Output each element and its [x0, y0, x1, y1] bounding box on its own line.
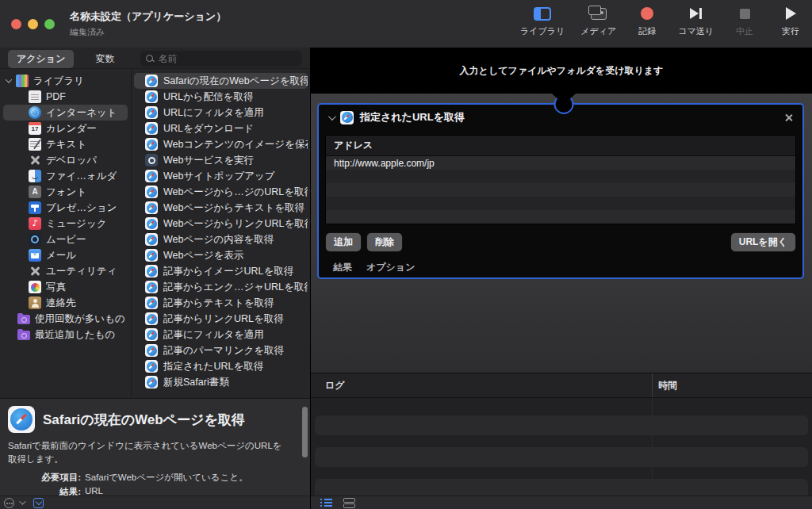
action-item-記事のパーマリンクを取得[interactable]: 記事のパーマリンクを取得	[134, 343, 308, 358]
chevron-down-icon[interactable]	[19, 498, 25, 504]
zoom-window-button[interactable]	[44, 19, 55, 29]
sidebar-item-カレンダー[interactable]: カレンダー	[3, 121, 128, 136]
action-item-Webサービスを実行[interactable]: Webサービスを実行	[134, 152, 308, 168]
log-list-view-icon[interactable]	[320, 498, 332, 507]
action-item-Webコンテンツのイメージを保存[interactable]: Webコンテンツのイメージを保存	[134, 136, 308, 152]
connector-tail	[552, 94, 576, 105]
action-item-Webページからテキストを取得[interactable]: Webページからテキストを取得	[134, 200, 308, 216]
sidebar-item-フォント[interactable]: フォント	[3, 184, 128, 200]
smart-folder-icon	[17, 315, 30, 324]
log-row	[315, 447, 808, 467]
sidebar-item-写真[interactable]: 写真	[3, 279, 128, 295]
description-scrollbar[interactable]	[302, 407, 308, 457]
tab-variables[interactable]: 変数	[86, 50, 123, 68]
toolbar: ライブラリ メディア 記録 コマ送り 中止 実行	[520, 5, 806, 37]
window-title: 名称未設定（アプリケーション）	[70, 10, 226, 24]
url-table-row[interactable]	[326, 183, 795, 197]
log-rows-view-icon[interactable]	[343, 498, 355, 508]
safari-icon	[145, 90, 158, 103]
action-card-get-specified-urls[interactable]: 指定されたURLを取得 アドレス http://www.apple.com/jp…	[317, 103, 804, 279]
action-item-Webページから…ジのURLを取得[interactable]: Webページから…ジのURLを取得	[134, 184, 308, 200]
show-description-toggle-icon[interactable]	[33, 498, 44, 508]
action-item-WebページからリンクURLを取得[interactable]: WebページからリンクURLを取得	[134, 216, 308, 232]
toolbar-library-button[interactable]: ライブラリ	[520, 5, 565, 37]
sidebar-item-デベロッパ[interactable]: デベロッパ	[3, 152, 128, 168]
result-value: URL	[85, 486, 301, 496]
window-edited-status: 編集済み	[70, 26, 226, 38]
url-table-body: http://www.apple.com/jp	[326, 156, 795, 224]
action-item-Webサイトポップアップ[interactable]: Webサイトポップアップ	[134, 168, 308, 184]
action-item-記事からイメージURLを取得[interactable]: 記事からイメージURLを取得	[134, 263, 308, 279]
safari-icon	[145, 186, 158, 198]
url-table-row[interactable]	[326, 210, 795, 224]
toolbar-run-button[interactable]: 実行	[776, 5, 806, 37]
action-item-Webページを表示[interactable]: Webページを表示	[134, 247, 308, 263]
action-item-記事にフィルタを適用[interactable]: 記事にフィルタを適用	[134, 327, 308, 343]
card-link-row: 結果 オプション	[325, 261, 796, 274]
log-column-header[interactable]: ログ	[311, 373, 653, 397]
safari-icon	[145, 122, 158, 135]
sidebar-item-ムービー[interactable]: ムービー	[3, 232, 128, 247]
sidebar-item-メール[interactable]: メール	[3, 247, 128, 263]
sidebar-item-インターネット[interactable]: インターネット	[3, 105, 128, 121]
sidebar-item-ライブラリ[interactable]: ライブラリ	[3, 73, 128, 89]
toolbar-step-button[interactable]: コマ送り	[678, 5, 714, 37]
action-item-Safariの現在のWebページを取得[interactable]: Safariの現在のWebページを取得	[134, 73, 308, 89]
safari-icon	[145, 360, 158, 373]
toolbar-record-button[interactable]: 記録	[632, 5, 662, 37]
url-table-row[interactable]	[326, 197, 795, 210]
category-tree: ライブラリ PDF インターネット カレンダー テキスト デベロッパ ファイ…ォ…	[0, 69, 132, 398]
action-item-URLにフィルタを適用[interactable]: URLにフィルタを適用	[134, 105, 308, 121]
url-table-row[interactable]	[326, 170, 795, 183]
search-placeholder: 名前	[158, 52, 177, 66]
toolbar-stop-button: 中止	[730, 5, 760, 37]
close-action-icon[interactable]	[784, 113, 793, 122]
safari-icon	[145, 233, 158, 246]
action-menu-icon[interactable]	[4, 498, 14, 508]
sidebar-item-ユーティリティ[interactable]: ユーティリティ	[3, 263, 128, 279]
sidebar-item-ミュージック[interactable]: ミュージック	[3, 216, 128, 232]
description-title: Safariの現在のWebページを取得	[43, 411, 245, 429]
action-item-指定されたURLを取得[interactable]: 指定されたURLを取得	[134, 358, 308, 374]
sidebar-item-テキスト[interactable]: テキスト	[3, 136, 128, 152]
action-item-記事からエンク…ジャURLを取得[interactable]: 記事からエンク…ジャURLを取得	[134, 279, 308, 295]
movie-icon	[29, 233, 41, 246]
url-table-row[interactable]: http://www.apple.com/jp	[326, 156, 795, 170]
sidebar-item-プレゼ…ション[interactable]: プレゼ…ション	[3, 200, 128, 216]
sidebar-item-PDF[interactable]: PDF	[3, 89, 128, 105]
automator-window: 名称未設定（アプリケーション） 編集済み ライブラリ メディア 記録 コマ送り …	[0, 0, 812, 509]
toolbar-media-button[interactable]: メディア	[580, 5, 616, 37]
main-split: アクション 変数 名前 ライブラリ PDF インターネット カレンダー テキスト…	[0, 48, 812, 509]
time-column-header[interactable]: 時間	[653, 379, 812, 392]
action-item-記事からテキストを取得[interactable]: 記事からテキストを取得	[134, 295, 308, 311]
action-item-記事からリンクURLを取得[interactable]: 記事からリンクURLを取得	[134, 311, 308, 327]
url-table-header[interactable]: アドレス	[326, 136, 795, 156]
sidebar-item-最近追加したもの[interactable]: 最近追加したもの	[3, 327, 128, 343]
collapse-chevron-icon[interactable]	[328, 113, 336, 121]
action-item-Webページの内容を取得[interactable]: Webページの内容を取得	[134, 232, 308, 247]
contacts-icon	[29, 297, 41, 309]
action-item-URLをダウンロード[interactable]: URLをダウンロード	[134, 121, 308, 136]
disclosure-chevron-icon[interactable]	[6, 76, 12, 82]
sidebar-item-使用回数が多いもの[interactable]: 使用回数が多いもの	[3, 311, 128, 327]
action-item-URLから配信を取得[interactable]: URLから配信を取得	[134, 89, 308, 105]
tab-actions[interactable]: アクション	[8, 50, 74, 68]
log-footer-bar	[311, 496, 812, 509]
remove-button[interactable]: 削除	[367, 233, 402, 251]
options-link[interactable]: オプション	[366, 261, 415, 274]
sidebar-item-ファイ…ォルダ[interactable]: ファイ…ォルダ	[3, 168, 128, 184]
sidebar-item-連絡先[interactable]: 連絡先	[3, 295, 128, 311]
address-column-header: アドレス	[334, 139, 373, 152]
safari-icon	[145, 328, 158, 341]
search-input[interactable]: 名前	[140, 51, 302, 67]
results-link[interactable]: 結果	[333, 261, 352, 274]
window-title-block: 名称未設定（アプリケーション） 編集済み	[70, 10, 226, 38]
close-window-button[interactable]	[11, 19, 21, 29]
open-url-button[interactable]: URLを開く	[731, 233, 795, 251]
stop-icon	[740, 9, 750, 19]
add-button[interactable]: 追加	[326, 233, 361, 251]
input-note-text: 入力としてファイルやフォルダを受け取ります	[460, 64, 664, 78]
action-item-新規Safari書類[interactable]: 新規Safari書類	[134, 374, 308, 390]
minimize-window-button[interactable]	[28, 19, 38, 29]
safari-icon	[145, 376, 158, 388]
